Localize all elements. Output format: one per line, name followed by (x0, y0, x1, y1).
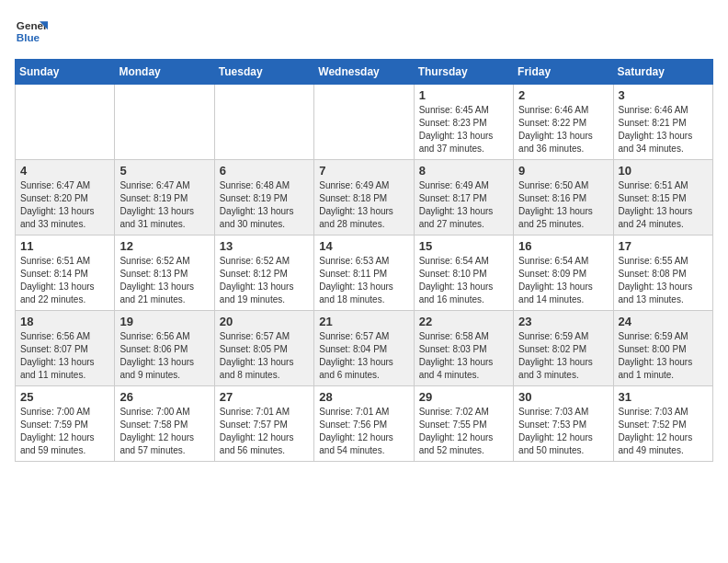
day-number: 10 (619, 164, 708, 178)
day-number: 4 (20, 164, 109, 178)
day-info: Sunrise: 6:59 AM Sunset: 8:02 PM Dayligh… (518, 330, 608, 382)
calendar-cell: 27Sunrise: 7:01 AM Sunset: 7:57 PM Dayli… (214, 386, 313, 462)
calendar-week-row: 18Sunrise: 6:56 AM Sunset: 8:07 PM Dayli… (16, 311, 713, 386)
day-number: 5 (119, 164, 209, 178)
day-number: 6 (220, 164, 309, 178)
page-header: General Blue (15, 15, 713, 48)
day-number: 21 (319, 315, 408, 328)
day-info: Sunrise: 7:03 AM Sunset: 7:52 PM Dayligh… (619, 406, 708, 457)
day-number: 1 (419, 88, 508, 102)
calendar-cell: 18Sunrise: 6:56 AM Sunset: 8:07 PM Dayli… (16, 311, 115, 386)
calendar-cell: 23Sunrise: 6:59 AM Sunset: 8:02 PM Dayli… (514, 311, 613, 386)
logo: General Blue (15, 15, 48, 48)
calendar-cell: 22Sunrise: 6:58 AM Sunset: 8:03 PM Dayli… (414, 311, 513, 386)
day-header-monday: Monday (115, 60, 214, 85)
day-info: Sunrise: 6:47 AM Sunset: 8:19 PM Dayligh… (119, 179, 209, 231)
day-info: Sunrise: 6:54 AM Sunset: 8:10 PM Dayligh… (419, 255, 508, 306)
calendar-cell: 26Sunrise: 7:00 AM Sunset: 7:58 PM Dayli… (115, 386, 214, 462)
day-info: Sunrise: 6:50 AM Sunset: 8:16 PM Dayligh… (518, 179, 608, 231)
calendar-week-row: 25Sunrise: 7:00 AM Sunset: 7:59 PM Dayli… (16, 386, 713, 462)
calendar-cell: 4Sunrise: 6:47 AM Sunset: 8:20 PM Daylig… (16, 160, 115, 236)
day-number: 29 (419, 390, 508, 404)
day-info: Sunrise: 7:00 AM Sunset: 7:58 PM Dayligh… (119, 406, 209, 457)
day-number: 11 (20, 239, 109, 253)
day-number: 24 (619, 315, 708, 328)
day-number: 18 (20, 315, 109, 328)
calendar-week-row: 4Sunrise: 6:47 AM Sunset: 8:20 PM Daylig… (16, 160, 713, 236)
calendar-cell: 9Sunrise: 6:50 AM Sunset: 8:16 PM Daylig… (514, 160, 613, 236)
calendar-cell: 5Sunrise: 6:47 AM Sunset: 8:19 PM Daylig… (115, 160, 214, 236)
calendar-cell: 11Sunrise: 6:51 AM Sunset: 8:14 PM Dayli… (16, 236, 115, 311)
day-number: 31 (619, 390, 708, 404)
day-info: Sunrise: 7:00 AM Sunset: 7:59 PM Dayligh… (20, 406, 109, 457)
day-header-sunday: Sunday (16, 60, 115, 85)
day-header-tuesday: Tuesday (214, 60, 313, 85)
day-number: 23 (518, 315, 608, 328)
day-info: Sunrise: 6:52 AM Sunset: 8:13 PM Dayligh… (119, 255, 209, 306)
calendar-cell: 8Sunrise: 6:49 AM Sunset: 8:17 PM Daylig… (414, 160, 513, 236)
day-number: 2 (518, 88, 608, 102)
calendar-cell: 3Sunrise: 6:46 AM Sunset: 8:21 PM Daylig… (613, 85, 712, 160)
calendar-cell: 20Sunrise: 6:57 AM Sunset: 8:05 PM Dayli… (214, 311, 313, 386)
calendar-cell: 25Sunrise: 7:00 AM Sunset: 7:59 PM Dayli… (16, 386, 115, 462)
day-number: 27 (220, 390, 309, 404)
day-number: 12 (119, 239, 209, 253)
day-header-thursday: Thursday (414, 60, 513, 85)
day-info: Sunrise: 6:52 AM Sunset: 8:12 PM Dayligh… (220, 255, 309, 306)
day-info: Sunrise: 6:48 AM Sunset: 8:19 PM Dayligh… (220, 179, 309, 231)
day-info: Sunrise: 6:54 AM Sunset: 8:09 PM Dayligh… (518, 255, 608, 306)
calendar-cell: 17Sunrise: 6:55 AM Sunset: 8:08 PM Dayli… (613, 236, 712, 311)
day-number: 30 (518, 390, 608, 404)
day-number: 19 (119, 315, 209, 328)
day-number: 28 (319, 390, 408, 404)
svg-text:General: General (17, 19, 48, 31)
day-number: 20 (220, 315, 309, 328)
calendar-week-row: 1Sunrise: 6:45 AM Sunset: 8:23 PM Daylig… (16, 85, 713, 160)
svg-text:Blue: Blue (17, 31, 40, 43)
calendar-header-row: SundayMondayTuesdayWednesdayThursdayFrid… (16, 60, 713, 85)
day-number: 26 (119, 390, 209, 404)
day-info: Sunrise: 6:51 AM Sunset: 8:15 PM Dayligh… (619, 179, 708, 231)
day-info: Sunrise: 6:45 AM Sunset: 8:23 PM Dayligh… (419, 104, 508, 155)
day-info: Sunrise: 6:46 AM Sunset: 8:22 PM Dayligh… (518, 104, 608, 155)
calendar-cell: 28Sunrise: 7:01 AM Sunset: 7:56 PM Dayli… (314, 386, 414, 462)
day-number: 22 (419, 315, 508, 328)
logo-icon: General Blue (15, 15, 48, 48)
day-header-saturday: Saturday (613, 60, 712, 85)
calendar-cell (16, 85, 115, 160)
day-info: Sunrise: 6:47 AM Sunset: 8:20 PM Dayligh… (20, 179, 109, 231)
calendar-cell: 15Sunrise: 6:54 AM Sunset: 8:10 PM Dayli… (414, 236, 513, 311)
day-info: Sunrise: 6:56 AM Sunset: 8:07 PM Dayligh… (20, 330, 109, 382)
calendar-week-row: 11Sunrise: 6:51 AM Sunset: 8:14 PM Dayli… (16, 236, 713, 311)
calendar-cell: 12Sunrise: 6:52 AM Sunset: 8:13 PM Dayli… (115, 236, 214, 311)
day-number: 3 (619, 88, 708, 102)
day-number: 25 (20, 390, 109, 404)
calendar-cell: 1Sunrise: 6:45 AM Sunset: 8:23 PM Daylig… (414, 85, 513, 160)
day-info: Sunrise: 6:49 AM Sunset: 8:17 PM Dayligh… (419, 179, 508, 231)
day-header-friday: Friday (514, 60, 613, 85)
day-info: Sunrise: 6:55 AM Sunset: 8:08 PM Dayligh… (619, 255, 708, 306)
day-info: Sunrise: 7:01 AM Sunset: 7:57 PM Dayligh… (220, 406, 309, 457)
calendar-cell: 13Sunrise: 6:52 AM Sunset: 8:12 PM Dayli… (214, 236, 313, 311)
calendar-cell: 21Sunrise: 6:57 AM Sunset: 8:04 PM Dayli… (314, 311, 414, 386)
calendar-cell: 30Sunrise: 7:03 AM Sunset: 7:53 PM Dayli… (514, 386, 613, 462)
calendar-cell: 31Sunrise: 7:03 AM Sunset: 7:52 PM Dayli… (613, 386, 712, 462)
calendar-cell: 2Sunrise: 6:46 AM Sunset: 8:22 PM Daylig… (514, 85, 613, 160)
day-info: Sunrise: 6:53 AM Sunset: 8:11 PM Dayligh… (319, 255, 408, 306)
calendar-cell (115, 85, 214, 160)
day-info: Sunrise: 6:46 AM Sunset: 8:21 PM Dayligh… (619, 104, 708, 155)
day-info: Sunrise: 7:02 AM Sunset: 7:55 PM Dayligh… (419, 406, 508, 457)
day-info: Sunrise: 6:57 AM Sunset: 8:04 PM Dayligh… (319, 330, 408, 382)
calendar-cell (314, 85, 414, 160)
day-number: 15 (419, 239, 508, 253)
calendar-cell: 29Sunrise: 7:02 AM Sunset: 7:55 PM Dayli… (414, 386, 513, 462)
day-info: Sunrise: 7:01 AM Sunset: 7:56 PM Dayligh… (319, 406, 408, 457)
calendar-cell (214, 85, 313, 160)
calendar-cell: 7Sunrise: 6:49 AM Sunset: 8:18 PM Daylig… (314, 160, 414, 236)
day-number: 9 (518, 164, 608, 178)
day-info: Sunrise: 6:56 AM Sunset: 8:06 PM Dayligh… (119, 330, 209, 382)
calendar-cell: 14Sunrise: 6:53 AM Sunset: 8:11 PM Dayli… (314, 236, 414, 311)
day-number: 7 (319, 164, 408, 178)
calendar-cell: 19Sunrise: 6:56 AM Sunset: 8:06 PM Dayli… (115, 311, 214, 386)
day-info: Sunrise: 6:49 AM Sunset: 8:18 PM Dayligh… (319, 179, 408, 231)
